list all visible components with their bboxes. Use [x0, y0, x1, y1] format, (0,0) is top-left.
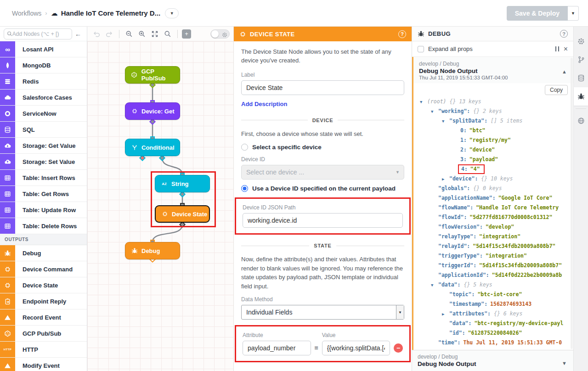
undo-button[interactable] [91, 28, 102, 39]
palette-item[interactable]: Debug [0, 245, 87, 261]
add-description-link[interactable]: Add Description [241, 101, 287, 107]
radio-off-icon[interactable] [241, 144, 248, 151]
search-canvas-button[interactable] [162, 28, 173, 39]
help-icon[interactable]: ? [560, 30, 568, 38]
debug-entry-name: Debug Node Output [418, 360, 568, 367]
save-deploy-caret[interactable]: ▼ [568, 6, 579, 21]
canvas-node-conditional[interactable]: Conditional [125, 139, 180, 156]
value-input[interactable] [322, 341, 390, 355]
json-tree-row: "triggerType":"integration" [418, 251, 573, 261]
canvas-node-deviceGet[interactable]: Device: Get [125, 102, 180, 120]
canvas-node-string[interactable]: AZ String [155, 175, 210, 192]
globe-tab[interactable] [574, 112, 588, 130]
palette-item[interactable]: ServiceNow [0, 106, 87, 122]
json-tree-row: 1:"registry/my" [418, 135, 573, 145]
palette-item[interactable]: Endpoint Reply [0, 293, 87, 309]
palette-item-label: Table: Update Row [15, 202, 76, 218]
palette-item[interactable]: Storage: Set Value [0, 154, 87, 170]
pause-icon[interactable] [555, 46, 559, 51]
palette-item[interactable]: GCP Pub/Sub [0, 326, 87, 342]
palette-item[interactable]: Table: Get Rows [0, 186, 87, 202]
label-input[interactable] [241, 80, 404, 95]
attribute-label: Attribute [243, 332, 311, 338]
help-icon[interactable]: ? [398, 30, 406, 38]
palette-item-label: Device Command [15, 261, 73, 277]
radio-device-id-payload[interactable]: Use a Device ID specified on the current… [241, 185, 404, 192]
collapse-palette-button[interactable]: ← [72, 30, 84, 38]
palette-item[interactable]: Device Command [0, 261, 87, 277]
debug-entry-collapsed[interactable]: develop / Debug Debug Node Output ▼ [412, 350, 573, 371]
zoom-in-button[interactable] [136, 28, 147, 39]
collapse-entry-icon[interactable]: ▲ [562, 69, 567, 74]
canvas-node-deviceState[interactable]: Device State [155, 205, 210, 223]
search-input[interactable] [12, 31, 69, 37]
device-id-json-path-input[interactable] [243, 213, 403, 228]
palette-item[interactable]: HTTP HTTP [0, 342, 87, 358]
palette-item[interactable]: Table: Delete Rows [0, 218, 87, 234]
remove-attribute-button[interactable]: − [394, 343, 403, 353]
palette-item-icon [0, 218, 15, 234]
chevron-down-icon: ▼ [396, 305, 404, 319]
json-tree-row: "flowVersion":"develop" [418, 222, 573, 232]
canvas-node-debug[interactable]: Debug [125, 242, 180, 259]
workflow-menu-caret[interactable]: ▼ [165, 8, 179, 18]
palette-item[interactable]: Storage: Get Value [0, 138, 87, 154]
node-label: Conditional [141, 144, 175, 151]
palette-item[interactable]: Record Event [0, 309, 87, 326]
palette-item[interactable]: Table: Update Row [0, 202, 87, 218]
json-tree-row: "data":"btc-registry/my-device-payl [418, 319, 573, 328]
palette-item-label: Redis [15, 73, 39, 89]
json-tree-row: 0:"btc" [418, 126, 573, 135]
palette-item[interactable]: Redis [0, 73, 87, 90]
canvas-stage[interactable]: GCP Pub/Sub Device: Get Conditional AZ S… [87, 41, 233, 371]
palette-item[interactable]: Modify Event [0, 358, 87, 371]
palette-item-label: MongoDB [15, 57, 51, 73]
radio-on-icon[interactable] [241, 185, 248, 192]
search-icon [7, 31, 12, 37]
palette-item[interactable]: Salesforce Cases [0, 90, 87, 106]
zoom-out-button[interactable] [124, 28, 135, 39]
tree-toggle-icon[interactable]: ▼ [420, 97, 427, 107]
inspector-title: DEVICE STATE [250, 31, 295, 38]
palette-item-label: Losant API [15, 41, 53, 57]
palette-item[interactable]: SQL [0, 122, 87, 138]
save-deploy-button[interactable]: Save & Deploy [507, 6, 568, 21]
debug-entry-header[interactable]: develop / Debug Debug Node Output Thu Ju… [413, 57, 573, 83]
palette-item[interactable]: MongoDB [0, 57, 87, 73]
palette-item-label: Salesforce Cases [15, 90, 72, 105]
tree-toggle-icon[interactable]: ▼ [442, 117, 449, 126]
versions-tab[interactable] [574, 51, 588, 69]
attribute-input[interactable] [243, 341, 311, 355]
tree-toggle-icon[interactable]: ▼ [431, 281, 438, 290]
debug-tab[interactable] [574, 87, 588, 106]
expand-all-props-checkbox[interactable] [418, 46, 424, 52]
palette-item-icon: HTTP [0, 342, 15, 357]
expand-entry-icon[interactable]: ▼ [562, 360, 567, 366]
redo-button[interactable] [104, 28, 115, 39]
node-icon [131, 247, 138, 254]
palette-item[interactable]: ∞ Losant API [0, 41, 87, 57]
gear-icon [577, 38, 585, 45]
palette-item[interactable]: Device State [0, 277, 87, 293]
node-label: GCP Pub/Sub [141, 68, 180, 82]
tree-toggle-icon[interactable]: ▶ [442, 174, 449, 184]
storage-tab[interactable] [574, 69, 588, 87]
settings-tab[interactable] [574, 32, 588, 51]
tree-toggle-icon[interactable]: ▶ [442, 309, 449, 319]
node-icon [131, 144, 138, 151]
device-select[interactable]: Select one device ... ▼ [241, 165, 404, 180]
add-comment-button[interactable]: + [182, 29, 191, 39]
fit-to-screen-button[interactable] [149, 28, 160, 39]
autosave-toggle[interactable] [210, 29, 230, 39]
breadcrumb-workflows-link[interactable]: Workflows [12, 10, 41, 17]
canvas-node-gcp[interactable]: GCP Pub/Sub [125, 66, 180, 84]
palette-item[interactable]: Table: Insert Rows [0, 170, 87, 186]
close-icon[interactable]: × [564, 45, 568, 53]
radio-select-specific-device[interactable]: Select a specific device [241, 144, 404, 151]
add-nodes-search[interactable] [4, 28, 72, 39]
copy-button[interactable]: Copy [545, 85, 568, 95]
tree-toggle-icon[interactable]: ▼ [431, 107, 438, 116]
scrollbar[interactable] [571, 58, 573, 349]
json-tree-row: ▶"device":{} 10 keys [418, 174, 573, 184]
data-method-select[interactable]: Individual Fields ▼ [241, 305, 404, 320]
